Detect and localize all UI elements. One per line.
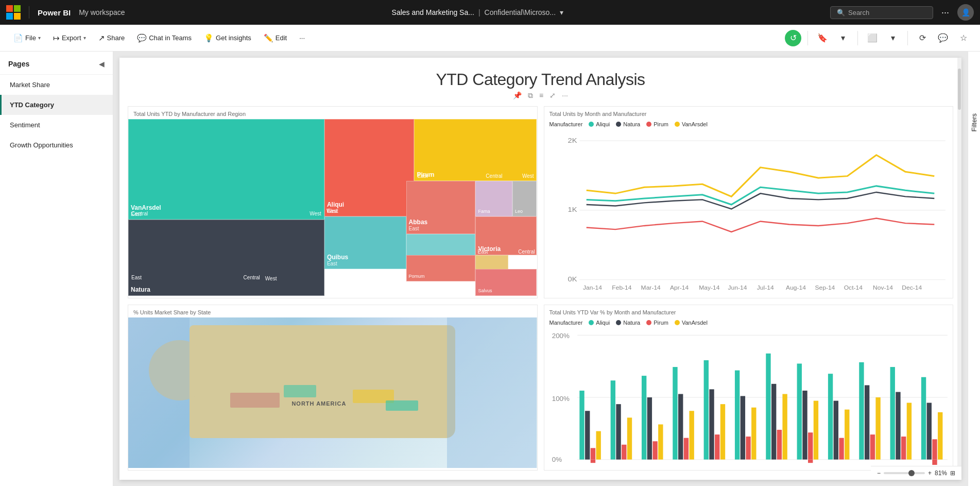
legend-aliqui: Aliqui [589,121,610,127]
zoom-bar: − + 81% ⊞ [871,466,961,480]
treemap-label-pirum: Pirum [417,171,534,178]
get-insights-button[interactable]: 💡 Get insights [199,30,256,46]
bar-legend-manufacturer-label: Manufacturer [549,320,583,326]
bar-natura-dot [616,320,621,325]
zoom-level-label: 81% [935,470,947,477]
natura-legend-label: Natura [623,121,640,127]
svg-text:Jan-14: Jan-14 [583,284,603,290]
svg-rect-57 [890,367,895,460]
search-box[interactable]: 🔍 Search [830,6,933,19]
copy-icon[interactable]: ⧉ [528,91,533,100]
bar-chart-visual[interactable]: 200% 100% 0% [544,328,953,467]
treemap-cell-quibus[interactable]: Quibus East [324,216,406,270]
export-icon: ↦ [53,33,60,43]
zoom-thumb[interactable] [908,470,915,476]
sidebar-item-sentiment[interactable]: Sentiment [0,115,113,135]
line-chart-visual[interactable]: 2K 1K 0K Jan-14 Feb-14 Mar-14 [544,129,953,295]
treemap-cell-natura[interactable]: Natura [128,220,324,295]
zoom-plus-button[interactable]: + [928,470,932,477]
edit-button[interactable]: ✏️ Edit [259,30,292,46]
treemap-sub-abbas-east: East [409,226,473,231]
canvas-scroll[interactable]: YTD Category Trend Analysis 📌 ⧉ ≡ ⤢ ··· … [113,52,968,486]
sidebar-item-growth-opportunities[interactable]: Growth Opportunities [0,135,113,155]
vanarsdel-legend-label: VanArsdel [682,121,708,127]
comment-button[interactable]: 💬 [935,30,951,46]
workspace-label[interactable]: My workspace [79,8,125,16]
dropdown-chevron-icon[interactable]: ▾ [560,8,563,16]
bookmark-button[interactable]: 🔖 [814,30,831,46]
treemap-sub-vanarsdel-east: East [131,211,322,217]
reload-button[interactable]: ⟳ [914,30,931,46]
chat-in-teams-button[interactable]: 💬 Chat in Teams [132,30,197,46]
sidebar-item-label: Market Share [10,81,50,89]
filters-panel[interactable]: Filters [968,52,980,486]
expand-icon[interactable]: ⤢ [549,91,556,100]
bar-jan-natura [585,411,590,459]
fit-page-icon[interactable]: ⊞ [950,470,955,477]
treemap-cell-abbas[interactable]: Abbas East [406,181,476,234]
export-chevron-icon: ▾ [83,35,86,41]
filter-icon[interactable]: ≡ [539,91,543,100]
treemap-cell-fama[interactable]: Fama [475,181,512,216]
svg-rect-43 [777,430,781,460]
file-button[interactable]: 📄 File ▾ [8,30,46,46]
view-chevron-button[interactable]: ▾ [885,30,901,46]
svg-text:Mar-14: Mar-14 [641,284,661,290]
zoom-minus-button[interactable]: − [877,470,881,477]
share-button[interactable]: ↗ Share [93,30,130,46]
svg-rect-40 [751,408,756,460]
bookmark-chevron-button[interactable]: ▾ [835,30,851,46]
bar-chart-panel: Total Units YTD Var % by Month and Manuf… [544,305,954,471]
treemap-sub-quibus-east: East [327,261,404,266]
sidebar-collapse-button[interactable]: ◀ [99,60,105,68]
treemap-cell-pomum[interactable]: Pomum [406,255,476,281]
logo-green [14,5,21,12]
sidebar-item-ytd-category[interactable]: YTD Category [0,95,113,115]
treemap-cell-leo[interactable]: Leo [512,181,537,216]
svg-rect-49 [828,374,832,459]
treemap-cell-aliqui[interactable]: Aliqui East [324,119,415,216]
zoom-slider[interactable] [884,472,925,474]
charts-grid: Total Units YTD by Manufacturer and Regi… [119,106,961,477]
state-overlay-4 [386,400,418,411]
aliqui-legend-label: Aliqui [596,121,610,127]
treemap-cell-salvus[interactable]: Salvus [475,269,537,295]
svg-text:Feb-14: Feb-14 [612,284,632,290]
treemap-cell-vanarsdel[interactable]: VanArsdel East [128,119,324,220]
bar-pirum-label: Pirum [654,320,668,326]
star-button[interactable]: ☆ [955,30,972,46]
view-button[interactable]: ⬜ [864,30,881,46]
more-options-button[interactable]: ··· [939,5,951,20]
svg-rect-41 [766,354,770,460]
svg-rect-37 [734,371,739,460]
refresh-button[interactable]: ↺ [785,30,801,46]
more-visual-icon[interactable]: ··· [562,91,568,100]
treemap-cell-victoria[interactable]: Victoria [475,216,537,255]
svg-text:Nov-14: Nov-14 [873,284,893,290]
insights-label: Get insights [216,34,251,42]
user-avatar[interactable]: 👤 [957,4,974,21]
svg-rect-22 [616,404,621,459]
more-toolbar-button[interactable]: ··· [294,31,310,45]
pin-icon[interactable]: 📌 [513,91,522,100]
export-button[interactable]: ↦ Export ▾ [48,30,91,46]
treemap-visual[interactable]: VanArsdel East Natura Central West [128,119,537,296]
sidebar-item-market-share[interactable]: Market Share [0,75,113,95]
bar-natura-label: Natura [623,320,640,326]
map-visual[interactable]: NORTH AMERICA [128,317,537,468]
more-toolbar-icon: ··· [299,34,305,42]
toolbar-separator-2 [857,31,858,45]
scrollbar-thumb[interactable] [958,69,961,110]
main-layout: Pages ◀ Market Share YTD Category Sentim… [0,52,980,486]
treemap-label-pomum: Pomum [409,274,473,279]
report-title-area: YTD Category Trend Analysis 📌 ⧉ ≡ ⤢ ··· [119,58,961,106]
sidebar-item-label: Sentiment [10,121,40,129]
bar-legend-vanarsdel: VanArsdel [675,320,708,326]
treemap-cell-pirum[interactable]: Pirum [414,119,537,181]
vertical-scrollbar[interactable] [957,58,961,480]
line-chart-legend: Manufacturer Aliqui Natura [544,119,953,129]
svg-text:Oct-14: Oct-14 [844,284,863,290]
bar-chart-title: Total Units YTD Var % by Month and Manuf… [544,305,953,317]
svg-rect-31 [683,438,688,460]
nav-separator: | [478,8,480,16]
